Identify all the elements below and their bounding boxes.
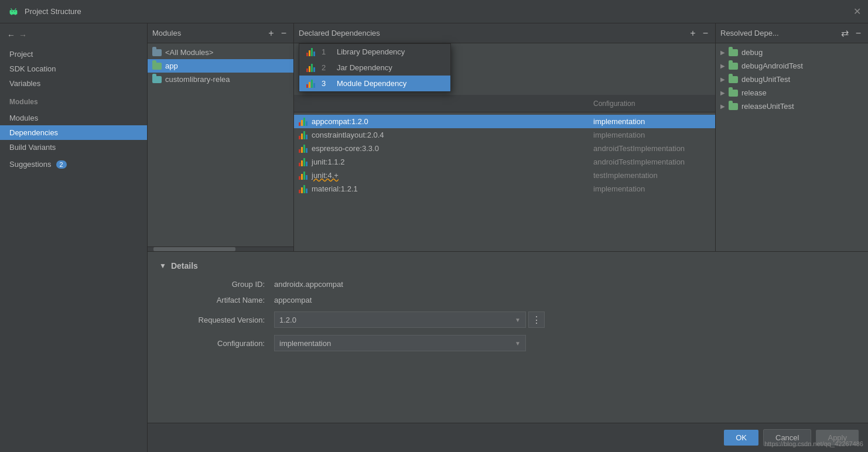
title-bar-title: Project Structure (25, 7, 81, 16)
module-item-all[interactable]: <All Modules> (148, 46, 293, 59)
details-section: ▼ Details Group ID: androidx.appcompat A… (148, 252, 868, 423)
resolved-remove-button[interactable]: − (853, 28, 863, 39)
module-name: app (165, 61, 178, 70)
dropdown-num: 3 (322, 79, 331, 88)
sidebar-item-modules[interactable]: Modules (0, 111, 147, 125)
declared-add-button[interactable]: + (688, 28, 698, 39)
details-header: ▼ Details (159, 261, 856, 270)
resolved-item-releaseunittest[interactable]: ▶ releaseUnitTest (716, 100, 868, 113)
dep-config: implementation (593, 131, 710, 139)
folder-icon (729, 49, 738, 56)
suggestions-badge: 2 (56, 160, 67, 169)
sidebar-item-variables[interactable]: Variables (0, 76, 147, 91)
resolved-item-debugandroidtest[interactable]: ▶ debugAndroidTest (716, 59, 868, 73)
triangle-right-icon: ▶ (720, 76, 725, 83)
sidebar-modules-section: Modules Dependencies Build Variants (0, 108, 147, 157)
modules-add-button[interactable]: + (266, 28, 276, 39)
sidebar-item-suggestions[interactable]: Suggestions 2 (0, 157, 147, 172)
dep-config: androidTestImplementation (593, 157, 710, 166)
resolved-panel-actions: ⇄ − (839, 28, 863, 39)
resolved-panel-content: ▶ debug ▶ debugAndroidTest ▶ debugUnitTe… (716, 43, 868, 251)
declared-panel-content: appcompat:1.2.0 implementation constrain… (294, 112, 715, 251)
bar-chart-icon (306, 64, 316, 72)
modules-panel-content: <All Modules> app customlibrary-relea (148, 43, 293, 246)
triangle-right-icon: ▶ (720, 63, 725, 69)
sidebar-item-dependencies[interactable]: Dependencies (0, 125, 147, 140)
title-bar: Project Structure ✕ (0, 0, 868, 23)
modules-scrollbar[interactable] (148, 246, 293, 251)
dep-row-appcompat[interactable]: appcompat:1.2.0 implementation (294, 115, 715, 128)
resolved-panel-header: Resolved Depe... ⇄ − (716, 23, 868, 43)
version-side-button[interactable]: ⋮ (528, 311, 545, 328)
main-layout: ← → Project SDK Location Variables Modul… (0, 23, 868, 452)
configuration-select[interactable]: implementation ▼ (274, 335, 526, 351)
dep-config: implementation (593, 117, 710, 126)
bar-chart-icon (306, 80, 316, 88)
dep-col-headers: Configuration (294, 95, 715, 112)
ok-button[interactable]: OK (724, 430, 758, 446)
dep-name: appcompat:1.2.0 (312, 117, 590, 126)
dropdown-item-module[interactable]: 3 Module Dependency (299, 76, 450, 91)
triangle-right-icon: ▶ (720, 103, 725, 109)
dropdown-label: Jar Dependency (337, 63, 392, 72)
modules-panel-header: Modules + − (148, 23, 293, 43)
dropdown-num: 1 (322, 47, 331, 56)
resolved-item-release[interactable]: ▶ release (716, 86, 868, 100)
content-area: Modules + − <All Modules> app (148, 23, 868, 452)
sidebar-item-sdk-location[interactable]: SDK Location (0, 61, 147, 76)
modules-panel-actions: + − (266, 28, 289, 39)
close-button[interactable]: ✕ (853, 6, 861, 17)
dep-row-junit4[interactable]: junit:4.+ testImplementation (294, 169, 715, 182)
resolved-panel-title: Resolved Depe... (720, 29, 839, 37)
artifact-name-value: appcompat (274, 296, 856, 304)
select-arrow-icon: ▼ (515, 340, 521, 347)
dep-row-junit112[interactable]: junit:1.1.2 androidTestImplementation (294, 155, 715, 169)
details-grid: Group ID: androidx.appcompat Artifact Na… (159, 280, 856, 351)
back-arrow[interactable]: ← (7, 30, 15, 40)
folder-icon-teal (152, 76, 162, 83)
artifact-name-label: Artifact Name: (159, 296, 265, 304)
suggestions-label: Suggestions (9, 160, 52, 169)
triangle-right-icon: ▶ (720, 90, 725, 96)
dep-row-espresso[interactable]: espresso-core:3.3.0 androidTestImplement… (294, 142, 715, 155)
module-name: customlibrary-relea (165, 75, 230, 84)
dep-row-material[interactable]: material:1.2.1 implementation (294, 182, 715, 196)
dep-config: androidTestImplementation (593, 144, 710, 153)
folder-icon (729, 90, 738, 97)
declared-remove-button[interactable]: − (700, 28, 710, 39)
bottom-bar: OK Cancel Apply (148, 423, 868, 452)
svg-point-0 (12, 11, 12, 11)
dropdown-item-library[interactable]: 1 Library Dependency (299, 44, 450, 60)
sidebar-item-project[interactable]: Project (0, 47, 147, 61)
bar-chart-icon (299, 185, 308, 193)
android-logo (7, 5, 20, 18)
bar-chart-icon (299, 158, 308, 166)
resolved-name: debug (741, 48, 763, 57)
modules-scrollbar-thumb (153, 247, 235, 251)
module-item-customlibrary[interactable]: customlibrary-relea (148, 73, 293, 86)
sidebar: ← → Project SDK Location Variables Modul… (0, 23, 148, 452)
resolved-item-debug[interactable]: ▶ debug (716, 46, 868, 59)
forward-arrow[interactable]: → (19, 30, 27, 40)
dep-config: implementation (593, 184, 710, 193)
module-item-app[interactable]: app (148, 59, 293, 73)
dropdown-num: 2 (322, 63, 331, 72)
modules-remove-button[interactable]: − (279, 28, 289, 39)
top-section: Modules + − <All Modules> app (148, 23, 868, 252)
requested-version-select[interactable]: 1.2.0 ▼ (274, 311, 526, 328)
dep-row-constraintlayout[interactable]: constraintlayout:2.0.4 implementation (294, 128, 715, 142)
dropdown-item-jar[interactable]: 2 Jar Dependency (299, 60, 450, 76)
folder-icon (152, 49, 162, 56)
group-id-label: Group ID: (159, 280, 265, 289)
sidebar-item-build-variants[interactable]: Build Variants (0, 140, 147, 155)
dep-name: junit:4.+ (312, 171, 590, 180)
resolved-name: release (741, 88, 767, 97)
bar-chart-icon (299, 172, 308, 180)
configuration-label: Configuration: (159, 339, 265, 348)
dep-col-config: Configuration (593, 100, 710, 108)
dep-name: material:1.2.1 (312, 184, 590, 193)
resolved-action-icon[interactable]: ⇄ (839, 28, 851, 39)
select-arrow-icon: ▼ (515, 317, 521, 323)
resolved-item-debugunittest[interactable]: ▶ debugUnitTest (716, 73, 868, 86)
details-title: Details (171, 261, 198, 270)
